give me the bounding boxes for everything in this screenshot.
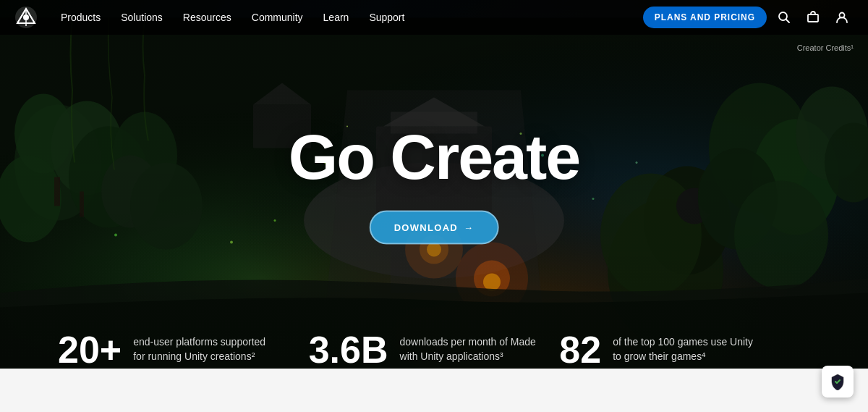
svg-rect-56 (808, 14, 818, 22)
nav-links: Products Solutions Resources Community L… (52, 7, 643, 28)
hero-title: Go Create (289, 125, 580, 188)
download-arrow-icon: → (464, 222, 474, 232)
download-btn-label: DOWNLOAD (394, 222, 458, 232)
hero-section: Products Solutions Resources Community L… (0, 0, 868, 412)
search-button[interactable] (773, 6, 796, 29)
shield-check-icon (829, 373, 846, 390)
nav-link-resources[interactable]: Resources (174, 7, 240, 28)
stat-number-0: 20+ (58, 331, 122, 369)
security-badge[interactable] (822, 366, 854, 398)
nav-link-community[interactable]: Community (243, 7, 312, 28)
hero-content: Go Create DOWNLOAD → (289, 125, 580, 244)
unity-logo[interactable] (14, 6, 38, 29)
account-icon (835, 11, 848, 24)
nav-link-learn[interactable]: Learn (315, 7, 358, 28)
stat-item-0: 20+ end-user platforms supported for run… (58, 331, 309, 369)
plans-pricing-button[interactable]: PLANS AND PRICING (643, 7, 767, 28)
download-button[interactable]: DOWNLOAD → (370, 210, 499, 244)
stat-desc-2: of the top 100 games use Unity to grow t… (613, 331, 757, 363)
stat-item-1: 3.6B downloads per month of Made with Un… (309, 331, 560, 369)
cart-button[interactable] (801, 6, 825, 29)
nav-link-solutions[interactable]: Solutions (112, 7, 171, 28)
account-button[interactable] (830, 6, 854, 29)
nav-right: PLANS AND PRICING (643, 6, 854, 29)
stat-number-2: 82 (559, 331, 601, 369)
nav-link-products[interactable]: Products (52, 7, 109, 28)
stat-item-2: 82 of the top 100 games use Unity to gro… (559, 331, 810, 369)
stats-bar: 20+ end-user platforms supported for run… (0, 331, 868, 369)
svg-line-55 (786, 20, 790, 23)
stat-number-1: 3.6B (309, 331, 388, 369)
nav-link-support[interactable]: Support (360, 7, 413, 28)
navbar: Products Solutions Resources Community L… (0, 0, 868, 35)
stat-desc-1: downloads per month of Made with Unity a… (400, 331, 545, 363)
cart-icon (807, 11, 820, 24)
stat-desc-0: end-user platforms supported for running… (133, 331, 278, 363)
bottom-section-peek (0, 369, 868, 412)
search-icon (778, 11, 791, 24)
creator-credits: Creator Credits¹ (797, 43, 854, 52)
